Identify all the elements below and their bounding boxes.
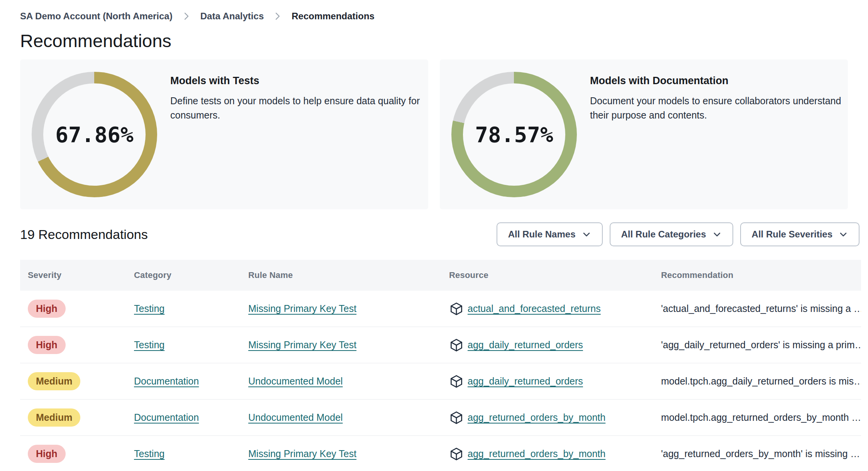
card-description: Define tests on your models to help ensu… (170, 94, 425, 122)
summary-cards: 67.86% Models with Tests Define tests on… (20, 59, 848, 209)
page-title: Recommendations (20, 30, 868, 52)
table-row: High Testing Missing Primary Key Test ag… (20, 327, 861, 363)
column-header-category: Category (134, 270, 248, 280)
recommendation-text: model.tpch.agg_daily_returned_orders is … (661, 376, 861, 387)
filter-bar: All Rule Names All Rule Categories All R… (497, 222, 860, 246)
recommendations-count: 19 Recommendations (20, 227, 148, 242)
model-cube-icon (449, 374, 464, 389)
rule-name-link[interactable]: Missing Primary Key Test (248, 339, 356, 350)
breadcrumb-item-current: Recommendations (292, 11, 375, 22)
card-description: Document your models to ensure collabora… (590, 94, 845, 122)
chevron-right-icon (183, 11, 190, 21)
card-title: Models with Documentation (590, 75, 845, 87)
table-body: High Testing Missing Primary Key Test ac… (20, 291, 861, 471)
category-link[interactable]: Documentation (134, 412, 199, 423)
card-title: Models with Tests (170, 75, 425, 87)
category-link[interactable]: Documentation (134, 376, 199, 386)
donut-percent-value: 78.57% (451, 72, 577, 197)
breadcrumb: SA Demo Account (North America) Data Ana… (0, 0, 868, 22)
model-cube-icon (449, 410, 464, 425)
breadcrumb-item-account[interactable]: SA Demo Account (North America) (20, 11, 173, 22)
severity-badge: Medium (28, 408, 80, 427)
chevron-down-icon (712, 230, 722, 239)
severity-badge: Medium (28, 372, 80, 390)
recommendation-text: 'agg_returned_orders_by_month' is missin… (661, 448, 861, 459)
resource-link[interactable]: agg_daily_returned_orders (468, 339, 583, 351)
table-header-row: Severity Category Rule Name Resource Rec… (20, 260, 861, 291)
category-link[interactable]: Testing (134, 448, 164, 459)
recommendation-text: model.tpch.agg_returned_orders_by_month … (661, 412, 861, 423)
chevron-down-icon (582, 230, 591, 239)
rule-name-link[interactable]: Undocumented Model (248, 412, 343, 423)
filter-rule-severities-dropdown[interactable]: All Rule Severities (740, 222, 860, 246)
breadcrumb-item-project[interactable]: Data Analytics (200, 11, 264, 22)
rule-name-link[interactable]: Missing Primary Key Test (248, 303, 356, 314)
table-row: Medium Documentation Undocumented Model … (20, 363, 861, 400)
resource-link[interactable]: agg_returned_orders_by_month (468, 412, 605, 423)
column-header-severity: Severity (28, 270, 134, 280)
model-cube-icon (449, 447, 464, 461)
resource-link[interactable]: agg_daily_returned_orders (468, 376, 583, 387)
table-row: High Testing Missing Primary Key Test ac… (20, 291, 861, 327)
severity-badge: High (28, 300, 66, 318)
filter-rule-names-dropdown[interactable]: All Rule Names (497, 222, 603, 246)
resource-link[interactable]: agg_returned_orders_by_month (468, 448, 605, 459)
recommendations-page: SA Demo Account (North America) Data Ana… (0, 0, 868, 471)
model-cube-icon (449, 302, 464, 316)
models-with-tests-card: 67.86% Models with Tests Define tests on… (20, 59, 428, 209)
rule-name-link[interactable]: Missing Primary Key Test (248, 448, 356, 459)
severity-badge: High (28, 336, 66, 354)
column-header-rule-name: Rule Name (248, 270, 449, 280)
rule-name-link[interactable]: Undocumented Model (248, 376, 343, 386)
chevron-right-icon (274, 11, 281, 21)
category-link[interactable]: Testing (134, 339, 164, 350)
filter-rule-categories-dropdown[interactable]: All Rule Categories (610, 222, 733, 246)
column-header-recommendation: Recommendation (661, 270, 861, 280)
models-with-documentation-card: 78.57% Models with Documentation Documen… (440, 59, 848, 209)
category-link[interactable]: Testing (134, 303, 164, 314)
model-cube-icon (449, 338, 464, 352)
table-row: High Testing Missing Primary Key Test ag… (20, 436, 861, 471)
resource-link[interactable]: actual_and_forecasted_returns (468, 303, 601, 314)
table-row: Medium Documentation Undocumented Model … (20, 400, 861, 436)
recommendations-table: Severity Category Rule Name Resource Rec… (20, 260, 861, 471)
donut-percent-value: 67.86% (32, 72, 157, 197)
models-with-documentation-donut-chart: 78.57% (451, 72, 577, 197)
column-header-resource: Resource (449, 270, 661, 280)
list-header: 19 Recommendations All Rule Names All Ru… (20, 222, 860, 246)
chevron-down-icon (839, 230, 848, 239)
severity-badge: High (28, 445, 66, 463)
recommendation-text: 'actual_and_forecasted_returns' is missi… (661, 303, 861, 314)
recommendation-text: 'agg_daily_returned_orders' is missing a… (661, 339, 861, 351)
models-with-tests-donut-chart: 67.86% (32, 72, 157, 197)
